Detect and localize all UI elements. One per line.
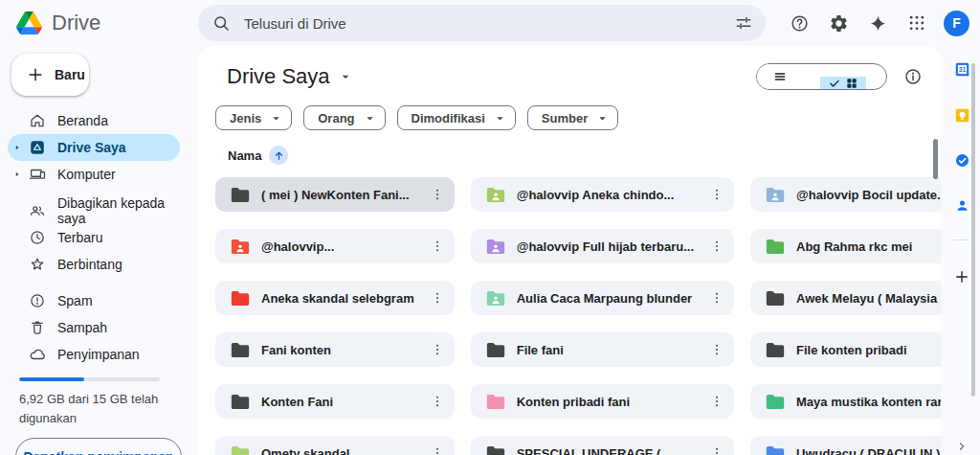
folder-icon [766,239,785,255]
sidebar-item-spam[interactable]: Spam [8,287,180,314]
grid-view-button[interactable] [820,77,866,89]
sort-direction-button[interactable] [269,146,288,165]
search-bar[interactable] [198,5,766,41]
sidebar-item-penyimpanan[interactable]: Penyimpanan [8,341,180,368]
folder-card[interactable]: File fani [471,332,734,367]
folder-card[interactable]: @halovvip Aneka chindo... [471,177,734,212]
filter-chip-orang[interactable]: Orang [303,105,385,130]
folder-name: Omety skandal [261,446,414,455]
sort-label[interactable]: Nama [228,148,261,163]
alert-icon [29,292,46,309]
folder-card[interactable]: @halovvip... [215,229,455,263]
folder-card[interactable]: @halovvip Full hijab terbaru... [471,229,734,263]
tasks-app-button[interactable] [953,151,970,169]
filter-chip-dimodifikasi[interactable]: Dimodifikasi [397,105,516,130]
drive-logo-area[interactable]: Drive [16,0,100,46]
folder-card[interactable]: Konten Fani [215,384,455,419]
folder-card[interactable]: Aneka skandal selebgram [215,281,455,315]
sidebar-item-label: Terbaru [57,230,102,245]
more-options-button[interactable] [426,286,449,309]
page-title: Drive Saya [227,64,330,89]
caret-down-icon [595,111,610,125]
more-options-button[interactable] [705,235,728,258]
folder-card[interactable]: Aulia Caca Marpaung blunder [471,281,734,315]
search-input[interactable] [242,14,731,33]
filter-chip-sumber[interactable]: Sumber [527,105,618,130]
sidebar-item-berbintang[interactable]: Berbintang [8,251,180,278]
sidebar-nav-group: Dibagikan kepada sayaTerbaruBerbintang [0,197,198,278]
sidebar-item-label: Drive Saya [57,140,126,155]
settings-button[interactable] [826,11,851,35]
filter-chip-label: Orang [318,111,354,125]
expand-arrow-icon[interactable] [12,170,22,179]
more-options-button[interactable] [426,338,449,361]
folder-card[interactable]: Maya mustika konten rare [750,384,941,419]
folder-card[interactable]: Abg Rahma rkc mei [750,229,941,263]
sidebar-item-dibagikan-kepada-saya[interactable]: Dibagikan kepada saya [8,197,180,224]
folder-card[interactable]: Fani konten [215,332,455,367]
folder-card[interactable]: Awek Melayu ( Malaysia ) [750,281,941,315]
main-header: Drive Saya [227,61,925,92]
caret-down-icon [338,69,353,84]
more-options-button[interactable] [426,390,449,413]
contacts-app-button[interactable] [953,196,970,214]
main-scrollbar[interactable] [933,139,938,179]
sidebar-item-komputer[interactable]: Komputer [8,161,180,188]
check-icon [828,77,841,90]
folder-card[interactable]: Konten pribadi fani [471,384,734,419]
people-icon [29,202,46,219]
get-addons-button[interactable] [953,268,970,285]
sidebar-item-sampah[interactable]: Sampah [8,314,180,341]
folder-card[interactable]: ( mei ) NewKonten Fani... [215,177,455,212]
folder-card[interactable]: Uwudracu ( DRACULIN ) [750,436,941,455]
sidebar-item-beranda[interactable]: Beranda [8,107,180,134]
more-options-button[interactable] [426,235,449,258]
sidebar-item-label: Spam [57,293,93,308]
sidebar-item-drive-saya[interactable]: Drive Saya [8,134,180,161]
laptop-icon [29,166,46,183]
get-storage-button[interactable]: Dapatkan penyimpanan [15,438,182,455]
search-options-button[interactable] [731,11,756,35]
more-options-button[interactable] [426,183,449,206]
storage-progress-bar [19,377,160,381]
folder-card[interactable]: SPESCIAL UNDERAGE ( [471,436,734,455]
plus-icon [26,65,45,84]
more-options-button[interactable] [705,286,728,309]
kebab-menu-icon [430,342,445,357]
more-options-button[interactable] [705,442,728,455]
filter-chip-label: Dimodifikasi [412,111,485,125]
folder-card[interactable]: @halovvip Bocil update... [750,177,941,212]
folder-card[interactable]: File konten pribadi [750,332,941,367]
filter-chip-label: Jenis [230,111,261,125]
hide-side-panel-button[interactable] [953,438,970,455]
kebab-menu-icon [430,290,445,306]
clock-icon [29,229,46,246]
folder-name: Konten pribadi fani [517,395,694,409]
more-options-button[interactable] [426,442,449,455]
apps-button[interactable] [904,11,929,35]
trash-icon [29,319,46,336]
account-avatar[interactable]: F [944,11,969,36]
folder-icon [231,290,250,307]
more-options-button[interactable] [705,390,728,413]
sidebar-nav-group: BerandaDrive SayaKomputer [0,107,198,188]
folder-name: Aulia Caca Marpaung blunder [517,291,694,306]
details-button[interactable] [901,64,925,89]
page-title-dropdown[interactable]: Drive Saya [227,64,353,89]
new-button[interactable]: Baru [11,54,89,96]
storage-usage-text: 6,92 GB dari 15 GB telah digunakan [19,390,177,427]
sidebar-item-label: Penyimpanan [57,347,140,362]
folder-icon [766,290,785,307]
filter-chip-jenis[interactable]: Jenis [215,105,292,130]
help-button[interactable] [787,11,812,35]
more-options-button[interactable] [705,183,728,206]
folder-card[interactable]: Omety skandal [215,436,455,455]
list-view-button[interactable] [757,64,803,89]
sidebar-item-terbaru[interactable]: Terbaru [8,224,180,251]
expand-arrow-icon[interactable] [12,143,22,152]
gemini-button[interactable] [865,11,890,35]
more-options-button[interactable] [705,338,728,361]
keep-app-button[interactable] [953,106,970,124]
calendar-app-button[interactable]: 31 [953,60,970,78]
svg-text:31: 31 [958,65,966,72]
